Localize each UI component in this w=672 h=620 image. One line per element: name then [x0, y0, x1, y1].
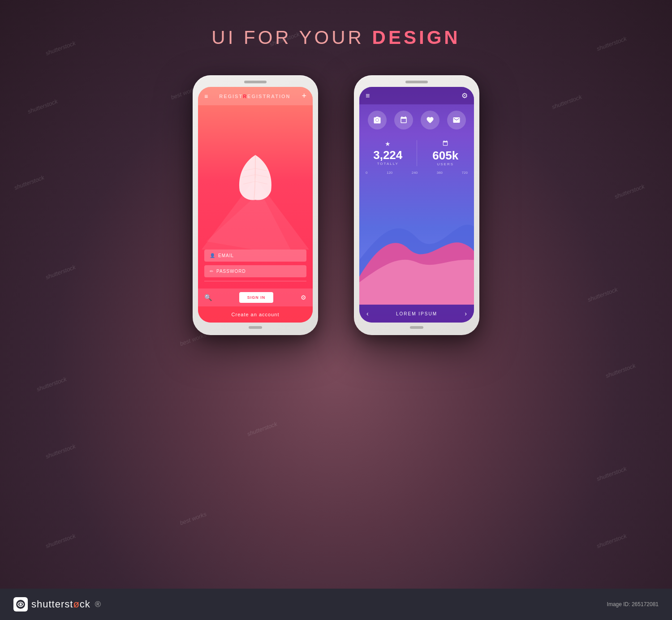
watermark-11: shutterstock	[586, 286, 618, 303]
stat-totally: ★ 3,224 TOTALLY	[366, 140, 410, 166]
password-label: PASSWORD	[216, 269, 246, 274]
wave-chart	[359, 171, 474, 305]
watermark-19: shutterstock	[45, 532, 77, 549]
email-field[interactable]: 👤 EMAIL	[204, 250, 306, 262]
reg-title-part1: REGIST	[219, 94, 243, 99]
watermark-17: shutterstock	[595, 465, 627, 482]
logo-icon	[13, 597, 28, 611]
dash-bottom-bar: ‹ LOREM IPSUM ›	[359, 305, 474, 323]
brand-name: shutterstøck	[31, 598, 90, 610]
reg-title-highlight: R	[243, 94, 247, 99]
stat-totally-value: 3,224	[366, 149, 410, 161]
phone-left: ≡ REGISTREGISTRATION +	[193, 75, 318, 335]
watermark-16: shutterstock	[45, 443, 77, 460]
phone-home-btn-right	[410, 326, 423, 329]
mail-icon-btn[interactable]	[447, 111, 466, 129]
email-label: EMAIL	[218, 253, 234, 258]
watermark-13: shutterstock	[36, 375, 68, 392]
reg-title-part2: EGISTRATION	[247, 94, 290, 99]
phone-home-btn-left	[249, 326, 262, 329]
screen-registration: ≡ REGISTREGISTRATION +	[198, 87, 313, 323]
watermark-14: shutterstock	[604, 362, 636, 379]
dash-chart-area: 0 120 240 360 720	[359, 171, 474, 305]
phone-speaker-left	[244, 81, 267, 83]
svg-point-0	[376, 119, 379, 121]
dash-settings-icon[interactable]: ⚙	[461, 91, 468, 100]
page-title: UI FOR YOUR DESIGN	[211, 27, 460, 48]
phone-right: ≡ ⚙	[354, 75, 479, 335]
stat-users: 605k USERS	[423, 140, 468, 166]
create-account-button[interactable]: Create an account	[198, 306, 313, 323]
settings-icon[interactable]: ⚙	[301, 294, 306, 301]
shutterstock-bar: shutterstøck ® Image ID: 265172081	[0, 589, 672, 620]
dash-icons-row	[359, 104, 474, 136]
stat-totally-label: TOTALLY	[366, 162, 410, 166]
title-part1: UI FOR YOUR	[211, 27, 372, 48]
screen-dashboard: ≡ ⚙	[359, 87, 474, 323]
dash-stats: ★ 3,224 TOTALLY 605k USERS	[359, 136, 474, 171]
users-calendar-icon	[423, 140, 468, 148]
watermark-6: shutterstock	[551, 93, 582, 110]
calendar-icon-btn[interactable]	[394, 111, 413, 129]
svg-point-2	[19, 603, 22, 605]
watermark-15: shutterstock	[246, 420, 278, 437]
registered-mark: ®	[95, 600, 101, 609]
watermark-20: shutterstock	[595, 532, 627, 549]
watermark-4: shutterstock	[27, 98, 59, 115]
watermark-9: shutterstock	[613, 183, 645, 200]
reg-title: REGISTREGISTRATION	[219, 94, 290, 99]
stat-divider	[417, 140, 417, 166]
watermark-3: shutterstock	[595, 35, 627, 52]
add-icon[interactable]: +	[302, 91, 306, 101]
search-icon[interactable]: 🔍	[204, 294, 212, 301]
sign-in-button[interactable]: SIGN IN	[239, 292, 274, 303]
phones-container: ≡ REGISTREGISTRATION +	[193, 75, 479, 335]
email-icon: 👤	[210, 253, 215, 258]
dash-header: ≡ ⚙	[359, 87, 474, 104]
prev-arrow[interactable]: ‹	[366, 310, 369, 317]
star-icon: ★	[366, 140, 410, 147]
shutterstock-logo: shutterstøck ®	[13, 597, 101, 611]
hamburger-icon[interactable]: ≡	[204, 93, 208, 100]
form-divider	[204, 281, 306, 281]
phone-speaker-right	[405, 81, 428, 83]
watermark-7: shutterstock	[13, 174, 45, 191]
watermark-1: shutterstock	[45, 39, 77, 56]
heart-icon-btn[interactable]	[421, 111, 439, 129]
reg-header: ≡ REGISTREGISTRATION +	[198, 87, 313, 105]
camera-icon-btn[interactable]	[368, 111, 387, 129]
watermark-10: shutterstock	[45, 263, 77, 280]
stat-users-value: 605k	[423, 150, 468, 161]
feather-icon	[235, 153, 276, 202]
stat-users-label: USERS	[423, 162, 468, 166]
watermark-18: best works	[179, 511, 207, 526]
next-arrow[interactable]: ›	[465, 310, 467, 317]
lorem-ipsum-label: LOREM IPSUM	[396, 311, 437, 316]
reg-form: 👤 EMAIL ✏ PASSWORD	[198, 250, 313, 288]
title-part2: DESIGN	[372, 27, 461, 48]
password-icon: ✏	[210, 269, 214, 274]
password-field[interactable]: ✏ PASSWORD	[204, 265, 306, 277]
reg-hero	[198, 105, 313, 250]
dash-hamburger-icon[interactable]: ≡	[366, 92, 370, 100]
image-id: Image ID: 265172081	[607, 601, 659, 607]
reg-footer-bar: 🔍 SIGN IN ⚙	[198, 288, 313, 306]
